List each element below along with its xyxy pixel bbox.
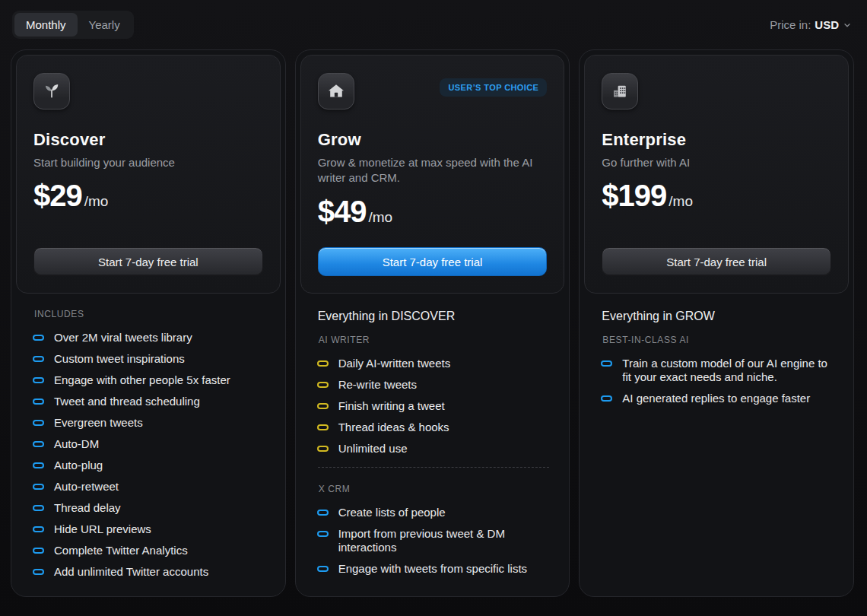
top-bar: Monthly Yearly Price in: USD	[11, 11, 854, 39]
oval-bullet-icon	[33, 441, 44, 447]
feature-list: Over 2M viral tweets library Custom twee…	[33, 331, 267, 579]
feature-list: Create lists of people Import from previ…	[317, 506, 551, 576]
feature-text: Evergreen tweets	[54, 416, 143, 430]
plan-panel-enterprise: Enterprise Go further with AI $199 /mo S…	[584, 55, 849, 294]
feature-text: Thread delay	[54, 501, 121, 515]
plan-name: Enterprise	[602, 130, 831, 150]
feature-list: Train a custom model of our AI engine to…	[601, 357, 835, 405]
plan-name: Grow	[318, 130, 548, 150]
feature-item: Engage with other people 5x faster	[33, 373, 267, 387]
oval-bullet-icon	[33, 398, 44, 405]
section-label: BEST-IN-CLASS AI	[602, 335, 835, 345]
billing-toggle: Monthly Yearly	[12, 11, 134, 39]
oval-bullet-icon	[33, 505, 44, 511]
start-trial-button-enterprise[interactable]: Start 7-day free trial	[602, 247, 831, 276]
plan-panel-grow: USER’S TOP CHOICE Grow Grow & monetize a…	[300, 55, 565, 294]
oval-bullet-icon	[33, 377, 44, 383]
feature-item: Hide URL previews	[33, 522, 267, 536]
feature-item: Engage with tweets from specific lists	[317, 562, 551, 576]
price-amount: $49	[318, 195, 367, 229]
panel-head: USER’S TOP CHOICE	[318, 73, 548, 110]
oval-bullet-icon	[317, 360, 329, 367]
oval-bullet-icon	[33, 420, 44, 426]
feature-text: Engage with tweets from specific lists	[338, 562, 527, 576]
oval-bullet-icon	[317, 566, 329, 572]
feature-text: Over 2M viral tweets library	[54, 331, 192, 345]
feature-item: Auto-retweet	[33, 480, 267, 494]
price-period: /mo	[669, 193, 693, 210]
price-period: /mo	[368, 209, 392, 226]
feature-item: Tweet and thread scheduling	[33, 395, 267, 408]
price-amount: $29	[33, 179, 82, 213]
feature-text: Re-write tweets	[338, 378, 417, 392]
panel-head	[602, 73, 831, 110]
oval-bullet-icon	[33, 569, 44, 575]
section-label: INCLUDES	[34, 309, 267, 319]
feature-item: Evergreen tweets	[33, 416, 267, 430]
section-divider	[318, 467, 550, 468]
feature-item: Train a custom model of our AI engine to…	[601, 357, 835, 384]
section-label: X CRM	[319, 484, 551, 494]
features-grow: Everything in DISCOVER AI WRITER Daily A…	[300, 294, 565, 583]
plan-description: Start building your audience	[33, 155, 262, 170]
oval-bullet-icon	[33, 526, 44, 532]
oval-bullet-icon	[601, 360, 612, 367]
oval-bullet-icon	[317, 424, 329, 430]
pricing-page: Monthly Yearly Price in: USD	[0, 0, 867, 616]
feature-text: Create lists of people	[338, 506, 446, 519]
oval-bullet-icon	[33, 462, 44, 468]
oval-bullet-icon	[317, 382, 329, 388]
features-discover: INCLUDES Over 2M viral tweets library Cu…	[16, 294, 281, 586]
house-icon	[318, 73, 354, 110]
feature-item: Import from previous tweet & DM interact…	[317, 527, 551, 554]
price-period: /mo	[84, 193, 109, 210]
billing-toggle-monthly[interactable]: Monthly	[14, 13, 78, 37]
plan-name: Discover	[33, 130, 263, 150]
everything-in-heading: Everything in GROW	[602, 310, 835, 323]
plan-description: Go further with AI	[602, 155, 830, 170]
feature-item: Re-write tweets	[317, 378, 551, 392]
top-choice-badge: USER’S TOP CHOICE	[440, 78, 547, 97]
feature-text: Hide URL previews	[54, 522, 151, 536]
feature-text: Import from previous tweet & DM interact…	[338, 527, 551, 554]
feature-item: Complete Twitter Analytics	[33, 544, 267, 557]
plan-description: Grow & monetize at max speed with the AI…	[318, 155, 546, 186]
plan-panel-discover: Discover Start building your audience $2…	[16, 55, 281, 294]
plan-card-enterprise: Enterprise Go further with AI $199 /mo S…	[579, 49, 854, 597]
currency-selector[interactable]: Price in: USD	[770, 18, 854, 31]
feature-text: Train a custom model of our AI engine to…	[622, 357, 835, 384]
oval-bullet-icon	[33, 484, 44, 490]
feature-text: Daily AI-written tweets	[338, 357, 451, 370]
plan-price: $199 /mo	[602, 179, 831, 213]
feature-text: Thread ideas & hooks	[338, 421, 449, 434]
oval-bullet-icon	[33, 548, 44, 554]
chevron-down-icon	[843, 21, 852, 30]
feature-text: Engage with other people 5x faster	[54, 373, 230, 387]
price-amount: $199	[602, 179, 666, 213]
feature-item: Over 2M viral tweets library	[33, 331, 267, 345]
panel-head	[33, 73, 263, 110]
buildings-icon	[602, 73, 638, 110]
start-trial-button-grow[interactable]: Start 7-day free trial	[318, 247, 548, 276]
plan-price: $49 /mo	[318, 195, 548, 229]
plan-card-grow: USER’S TOP CHOICE Grow Grow & monetize a…	[295, 49, 570, 597]
features-enterprise: Everything in GROW BEST-IN-CLASS AI Trai…	[584, 294, 849, 413]
start-trial-button-discover[interactable]: Start 7-day free trial	[33, 247, 263, 276]
billing-toggle-yearly[interactable]: Yearly	[78, 13, 132, 37]
oval-bullet-icon	[33, 335, 44, 341]
oval-bullet-icon	[317, 510, 329, 516]
feature-list: Daily AI-written tweets Re-write tweets …	[317, 357, 551, 456]
feature-text: Auto-retweet	[54, 480, 119, 494]
oval-bullet-icon	[33, 356, 44, 362]
currency-label: Price in:	[770, 18, 811, 31]
feature-item: Finish writing a tweet	[317, 399, 551, 413]
oval-bullet-icon	[317, 403, 329, 409]
feature-item: Auto-DM	[33, 437, 267, 451]
everything-in-heading: Everything in DISCOVER	[318, 310, 551, 323]
plan-card-discover: Discover Start building your audience $2…	[11, 49, 286, 597]
sprout-icon	[33, 73, 70, 110]
oval-bullet-icon	[317, 446, 329, 452]
feature-item: Create lists of people	[317, 506, 551, 519]
feature-item: Daily AI-written tweets	[317, 357, 551, 370]
feature-text: Auto-DM	[54, 437, 99, 451]
